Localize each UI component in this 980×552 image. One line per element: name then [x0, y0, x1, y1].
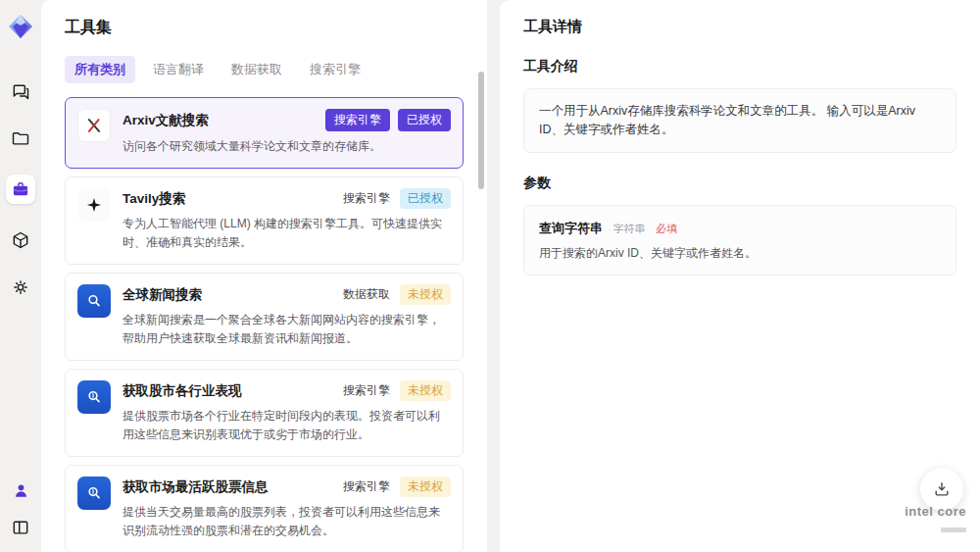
auth-badge: 已授权 — [400, 188, 451, 209]
intro-box: 一个用于从Arxiv存储库搜索科学论文和文章的工具。 输入可以是Arxiv ID… — [523, 88, 956, 153]
param-type: 字符串 — [612, 223, 645, 234]
tab-data-fetch[interactable]: 数据获取 — [221, 56, 292, 83]
stock-search-icon — [77, 380, 111, 414]
param-required-badge: 必填 — [656, 223, 677, 234]
category-label: 搜索引擎 — [343, 478, 390, 495]
param-description: 用于搜索的Arxiv ID、关键字或作者姓名。 — [539, 245, 941, 262]
intel-ultra-mark — [941, 527, 966, 532]
tool-title: Tavily搜索 — [122, 190, 343, 208]
tool-title: Arxiv文献搜索 — [122, 112, 318, 129]
auth-badge: 未授权 — [400, 284, 451, 305]
intel-core-text: intel core — [905, 504, 966, 519]
tool-card-global-news[interactable]: 全球新闻搜索 数据获取 未授权 全球新闻搜索是一个聚合全球各大新闻网站内容的搜索… — [65, 273, 464, 361]
tool-title: 全球新闻搜索 — [122, 286, 343, 304]
gear-icon[interactable] — [10, 276, 31, 298]
user-icon[interactable] — [10, 479, 31, 501]
briefcase-icon[interactable] — [6, 175, 35, 204]
chat-icon[interactable] — [10, 80, 31, 102]
tab-search-engine[interactable]: 搜索引擎 — [300, 56, 370, 83]
tool-description: 访问各个研究领域大量科学论文和文章的存储库。 — [122, 137, 451, 156]
tool-card-arxiv[interactable]: Arxiv文献搜索 搜索引擎 已授权 访问各个研究领域大量科学论文和文章的存储库… — [65, 97, 464, 169]
tool-title: 获取市场最活跃股票信息 — [122, 478, 343, 496]
tool-card-sector-performance[interactable]: 获取股市各行业表现 搜索引擎 未授权 提供股票市场各个行业在特定时间段内的表现。… — [65, 369, 464, 457]
tool-description: 专为人工智能代理 (LLM) 构建的搜索引擎工具。可快速提供实时、准确和真实的结… — [122, 215, 451, 252]
tab-all-categories[interactable]: 所有类别 — [65, 56, 135, 83]
intro-header: 工具介绍 — [523, 58, 956, 75]
category-label: 搜索引擎 — [343, 382, 390, 399]
auth-badge: 未授权 — [400, 477, 451, 497]
tool-description: 全球新闻搜索是一个聚合全球各大新闻网站内容的搜索引擎，帮助用户快速获取全球最新资… — [122, 311, 451, 348]
category-tabs: 所有类别 语言翻译 数据获取 搜索引擎 — [65, 56, 464, 83]
tab-language-translation[interactable]: 语言翻译 — [143, 56, 214, 83]
tavily-star-icon — [77, 188, 111, 222]
tool-title: 获取股市各行业表现 — [122, 382, 343, 400]
category-badge: 搜索引擎 — [325, 109, 390, 131]
page-title: 工具集 — [65, 18, 464, 38]
tool-card-active-stocks[interactable]: 获取市场最活跃股票信息 搜索引擎 未授权 提供当天交易量最高的股票列表，投资者可… — [65, 465, 464, 552]
rail-bottom — [10, 479, 31, 538]
panel-icon[interactable] — [10, 517, 31, 538]
tool-card-tavily[interactable]: Tavily搜索 搜索引擎 已授权 专为人工智能代理 (LLM) 构建的搜索引擎… — [65, 176, 464, 265]
tool-description: 提供股票市场各个行业在特定时间段内的表现。投资者可以利用这些信息来识别表现优于或… — [122, 407, 451, 444]
list-scrollbar-thumb[interactable] — [478, 72, 484, 189]
app-root: 工具集 所有类别 语言翻译 数据获取 搜索引擎 Arxiv文献搜索 — [0, 0, 980, 552]
param-name: 查询字符串 — [539, 221, 603, 235]
app-logo — [6, 12, 35, 41]
intel-core-logo: intel core — [905, 504, 966, 536]
detail-title: 工具详情 — [523, 18, 956, 36]
arxiv-icon — [77, 109, 111, 142]
category-label: 搜索引擎 — [343, 190, 390, 207]
folder-icon[interactable] — [10, 127, 31, 149]
tool-description: 提供当天交易量最高的股票列表，投资者可以利用这些信息来识别流动性强的股票和潜在的… — [122, 503, 451, 540]
intro-text: 一个用于从Arxiv存储库搜索科学论文和文章的工具。 输入可以是Arxiv ID… — [539, 102, 941, 139]
cube-icon[interactable] — [10, 229, 31, 251]
auth-badge: 未授权 — [400, 380, 451, 401]
category-label: 数据获取 — [343, 286, 390, 303]
tool-cards: Arxiv文献搜索 搜索引擎 已授权 访问各个研究领域大量科学论文和文章的存储库… — [65, 97, 464, 552]
tool-detail-panel: 工具详情 工具介绍 一个用于从Arxiv存储库搜索科学论文和文章的工具。 输入可… — [500, 0, 980, 552]
left-rail — [0, 0, 41, 552]
tool-list-panel: 工具集 所有类别 语言翻译 数据获取 搜索引擎 Arxiv文献搜索 — [41, 0, 487, 552]
news-search-icon — [77, 284, 111, 318]
params-header: 参数 — [523, 175, 956, 192]
stock-search-icon — [77, 477, 111, 510]
auth-badge: 已授权 — [398, 109, 451, 131]
rail-nav — [6, 80, 35, 298]
param-box: 查询字符串 字符串 必填 用于搜索的Arxiv ID、关键字或作者姓名。 — [523, 205, 956, 276]
download-icon — [932, 479, 952, 499]
